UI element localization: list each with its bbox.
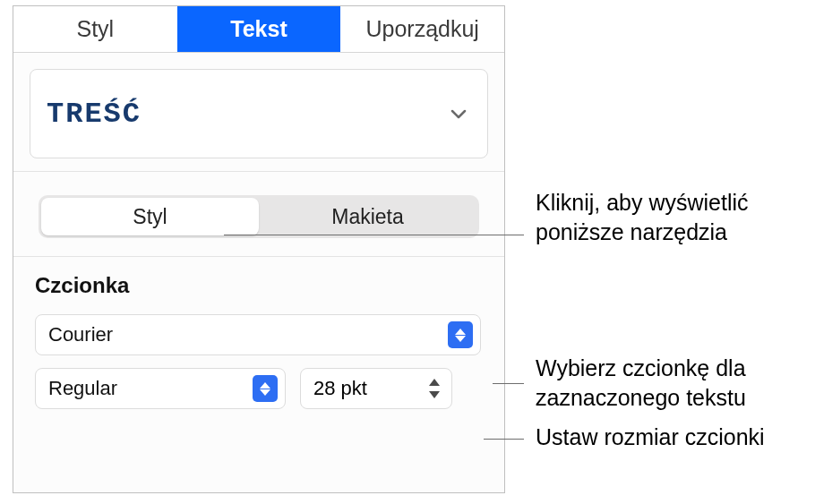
svg-marker-1 <box>455 336 466 342</box>
font-weight-value: Regular <box>48 377 117 400</box>
stepper-up-icon[interactable] <box>425 377 444 388</box>
svg-marker-0 <box>455 329 466 335</box>
svg-marker-5 <box>429 391 440 398</box>
tab-style[interactable]: Styl <box>13 6 177 52</box>
font-size-stepper[interactable] <box>425 377 444 400</box>
callout-leader <box>493 383 524 384</box>
inspector-panel: Styl Tekst Uporządkuj TREŚĆ Styl Makieta <box>13 5 505 493</box>
subtab-layout[interactable]: Makieta <box>259 198 476 235</box>
popup-arrows-icon <box>253 375 278 402</box>
svg-marker-3 <box>260 389 270 396</box>
tab-arrange[interactable]: Uporządkuj <box>340 6 504 52</box>
svg-marker-4 <box>429 379 440 386</box>
inspector-tabbar: Styl Tekst Uporządkuj <box>13 6 504 53</box>
font-family-value: Courier <box>48 323 113 346</box>
font-family-popup[interactable]: Courier <box>35 314 481 355</box>
font-size-field[interactable]: 28 pkt <box>300 368 452 409</box>
font-weight-popup[interactable]: Regular <box>35 368 286 409</box>
callout-font-family: Wybierz czcionkę dla zaznaczonego tekstu <box>536 354 804 412</box>
callout-leader <box>484 439 524 440</box>
text-subtab-segmented: Styl Makieta <box>39 195 479 238</box>
font-size-value: 28 pkt <box>313 377 425 400</box>
callout-font-size: Ustaw rozmiar czcionki <box>536 423 804 452</box>
paragraph-style-popup[interactable]: TREŚĆ <box>30 69 488 158</box>
popup-arrows-icon <box>448 321 473 348</box>
subtab-style[interactable]: Styl <box>41 198 259 235</box>
paragraph-style-name: TREŚĆ <box>47 98 142 131</box>
chevron-down-icon <box>450 105 468 123</box>
callout-leader <box>224 235 524 235</box>
section-title-font: Czcionka <box>35 273 483 298</box>
tab-text[interactable]: Tekst <box>177 6 341 52</box>
stepper-down-icon[interactable] <box>425 389 444 400</box>
callout-subtabs: Kliknij, aby wyświetlić poniższe narzędz… <box>536 188 804 246</box>
svg-marker-2 <box>260 382 270 389</box>
